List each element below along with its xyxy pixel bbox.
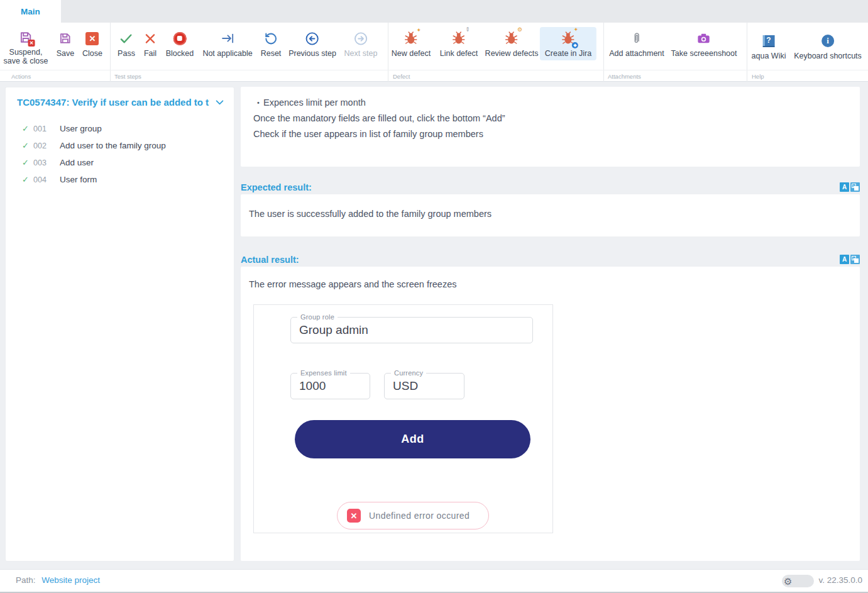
step-row[interactable]: ✓ 004 User form (6, 171, 234, 188)
group-label-help: Help (752, 73, 764, 80)
ribbon-button-label: save & close (4, 57, 48, 65)
settings-toggle[interactable]: ⚙ (782, 575, 814, 587)
ribbon-button-label: Create in Jira (545, 49, 591, 58)
skip-arrow-icon (221, 30, 234, 47)
jira-badge-icon: ◆ (572, 42, 578, 48)
ribbon-button-label: Previous step (288, 49, 336, 58)
create-in-jira-button[interactable]: ✦ ◆ Create in Jira (540, 27, 596, 60)
next-arrow-icon (354, 30, 368, 47)
paperclip-icon (630, 30, 643, 47)
close-icon: ✕ (86, 30, 99, 47)
format-text-icon[interactable]: A (840, 182, 849, 192)
reset-button[interactable]: Reset (256, 27, 287, 60)
expenses-limit-value: 1000 (291, 374, 370, 399)
expected-result-label: Expected result: (241, 182, 840, 192)
ribbon-button-label: Link defect (440, 49, 478, 58)
group-label-test-steps: Test steps (114, 73, 141, 80)
close-x-glyph: ✕ (86, 32, 99, 45)
group-role-field: Group role Group admin (290, 317, 533, 343)
test-steps-sidebar: TC0574347: Verify if user can be added t… (5, 87, 234, 562)
format-text-icon[interactable]: A (840, 255, 849, 264)
ribbon-toolbar: ✕ Suspend, save & close Save ✕ Close Pas… (0, 23, 868, 82)
group-role-label: Group role (297, 313, 338, 321)
bug-icon: ✎ (451, 30, 466, 47)
add-attachment-button[interactable]: Add attachment (604, 27, 669, 60)
ribbon-button-label: Fail (144, 49, 157, 58)
new-defect-button[interactable]: ✦ New defect (387, 27, 436, 60)
fail-button[interactable]: Fail (139, 27, 162, 60)
chevron-down-icon[interactable] (214, 97, 225, 108)
group-role-value: Group admin (291, 318, 532, 343)
description-text: Expences limit per month (263, 95, 366, 111)
link-defect-button[interactable]: ✎ Link defect (435, 27, 483, 60)
step-description-box[interactable]: • Expences limit per month Once the mand… (241, 87, 860, 167)
step-name: User group (60, 124, 102, 133)
previous-step-button[interactable]: Previous step (283, 27, 341, 60)
next-step-button: Next step (339, 27, 383, 60)
ribbon-button-label: Take screeenshoot (671, 49, 737, 58)
blocked-button[interactable]: Blocked (161, 27, 199, 60)
step-row[interactable]: ✓ 001 User group (6, 120, 234, 137)
tab-main[interactable]: Main (0, 0, 61, 23)
red-x-badge: ✕ (28, 40, 35, 47)
previous-arrow-icon (305, 30, 319, 47)
blocked-stop-icon (173, 30, 186, 47)
ribbon-button-label: Close (82, 49, 102, 58)
keyboard-shortcuts-button[interactable]: i Keyboard shortcuts (789, 30, 867, 63)
bug-jira-icon: ✦ ◆ (561, 30, 576, 47)
ribbon-button-label: Save (57, 49, 75, 58)
review-defects-button[interactable]: ⚙ Review defects (480, 27, 544, 60)
step-row[interactable]: ✓ 003 Add user (6, 154, 234, 171)
attached-screenshot-form: Group role Group admin Expenses limit 10… (253, 304, 553, 533)
expected-result-box[interactable]: The user is successfully added to the fa… (241, 194, 860, 236)
test-case-title: TC0574347: Verify if user can be added t… (17, 97, 209, 108)
actual-result-box[interactable]: The error message appears and the screen… (241, 267, 860, 561)
ribbon-group-labels: Actions Test steps Defect Attachments He… (0, 70, 868, 82)
description-text: Check if the user appears in list of fam… (253, 126, 847, 142)
pass-button[interactable]: Pass (113, 27, 140, 60)
ribbon-button-label: Not applicable (202, 49, 252, 58)
ribbon-button-label: Pass (118, 49, 135, 58)
path-label: Path: (16, 575, 36, 585)
ribbon-button-label: aqua Wiki (752, 52, 786, 60)
step-name: User form (60, 175, 97, 184)
currency-label: Currency (391, 369, 426, 377)
group-label-actions: Actions (11, 73, 31, 80)
bug-icon: ✦ (404, 30, 419, 47)
description-text: Once the mandatory fields are filled out… (253, 111, 847, 126)
ribbon-button-label: Next step (344, 49, 378, 58)
bug-icon: ⚙ (504, 30, 519, 47)
group-label-attachments: Attachments (608, 73, 641, 80)
translate-icon[interactable]: a (850, 182, 860, 192)
ribbon-button-label: New defect (392, 49, 431, 58)
step-passed-check-icon: ✓ (22, 175, 33, 184)
save-button[interactable]: Save (52, 27, 80, 60)
step-number: 003 (33, 158, 60, 167)
sparkle-badge-icon: ✦ (416, 28, 421, 33)
ribbon-button-label: Blocked (166, 49, 194, 58)
expected-result-header: Expected result: A a (241, 180, 860, 194)
take-screenshot-button[interactable]: Take screeenshoot (666, 27, 742, 60)
wiki-question-glyph: ? (762, 35, 774, 47)
aqua-wiki-button[interactable]: ? aqua Wiki (747, 30, 791, 63)
error-message: Undefined error occured (369, 511, 470, 521)
tab-strip: Main (0, 0, 868, 23)
step-number: 002 (33, 141, 60, 150)
step-name: Add user to the family group (60, 141, 166, 150)
step-row[interactable]: ✓ 002 Add user to the family group (6, 137, 234, 154)
actual-result-text: The error message appears and the screen… (249, 279, 456, 289)
save-suspend-icon: ✕ (19, 28, 33, 46)
expenses-limit-field: Expenses limit 1000 (290, 373, 370, 399)
pass-check-icon (119, 30, 133, 47)
suspend-save-close-button[interactable]: ✕ Suspend, save & close (0, 26, 53, 68)
translate-icon[interactable]: a (850, 255, 860, 264)
fail-x-icon (144, 30, 157, 47)
sparkle-badge-icon: ✦ (573, 27, 578, 33)
not-applicable-button[interactable]: Not applicable (197, 27, 257, 60)
step-passed-check-icon: ✓ (22, 141, 33, 150)
path-project-link[interactable]: Website project (41, 575, 100, 585)
close-button[interactable]: ✕ Close (77, 27, 107, 60)
step-list: ✓ 001 User group ✓ 002 Add user to the f… (6, 120, 234, 188)
test-case-title-row[interactable]: TC0574347: Verify if user can be added t… (6, 87, 234, 108)
currency-value: USD (385, 374, 464, 399)
